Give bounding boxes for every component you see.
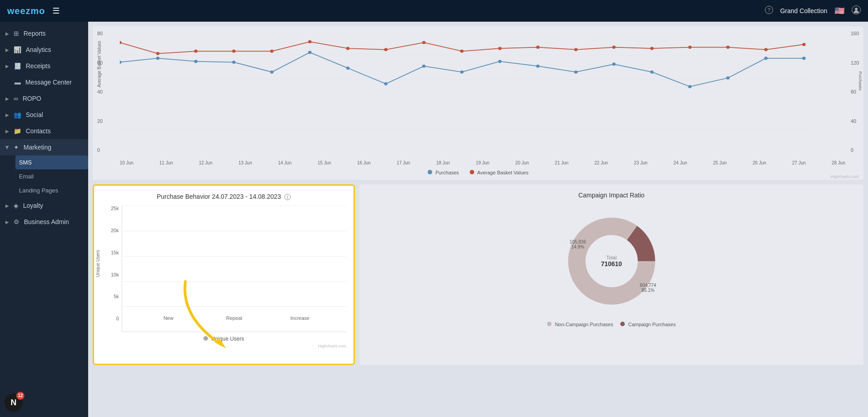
sidebar-subitem-sms[interactable]: SMS: [15, 155, 88, 169]
loyalty-icon: ◈: [14, 202, 19, 209]
x-label: 14 Jun: [278, 160, 292, 165]
bar-chart-area: 25k 20k 15k 10k 5k 0: [101, 206, 346, 332]
hamburger-icon[interactable]: ☰: [52, 6, 60, 16]
bar-increase: Increase: [284, 311, 316, 321]
y-value: 25k: [111, 206, 119, 211]
svg-point-21: [574, 70, 578, 74]
svg-point-37: [460, 50, 464, 53]
sidebar-item-label: Receipts: [26, 62, 50, 70]
svg-point-15: [346, 66, 350, 70]
arrow-icon: ▶: [5, 220, 9, 225]
abv-dot: [470, 170, 474, 174]
svg-point-3: [855, 8, 858, 10]
sidebar-item-business-admin[interactable]: ▶ ⚙ Business Admin: [0, 214, 88, 230]
x-label: 24 Jun: [674, 160, 687, 165]
sidebar-item-marketing[interactable]: ▶ ✦ Marketing: [0, 139, 88, 155]
svg-point-14: [308, 51, 312, 54]
campaign-label: Campaign Purchases: [628, 322, 675, 327]
legend-label: Purchases: [435, 170, 459, 175]
y-left-value: 20: [97, 118, 103, 124]
sidebar-subitem-email[interactable]: Email: [19, 169, 88, 183]
svg-point-42: [650, 47, 654, 50]
notification-badge[interactable]: N 12: [5, 394, 23, 412]
highcharts-credit-line: Highcharts.com: [830, 174, 859, 179]
svg-point-44: [726, 46, 730, 49]
sidebar-item-contacts[interactable]: ▶ 📁 Contacts: [0, 123, 88, 139]
x-label: 28 Jun: [832, 160, 845, 165]
arrow-icon: ▶: [5, 64, 9, 69]
sidebar-item-reports[interactable]: ▶ ⊞ Reports: [0, 25, 88, 42]
x-axis-labels: 10 Jun 11 Jun 12 Jun 13 Jun 14 Jun 15 Ju…: [120, 160, 845, 165]
svg-point-11: [194, 60, 198, 63]
notification-count: 12: [16, 392, 24, 400]
sidebar-item-label: Marketing: [24, 144, 51, 151]
user-avatar-icon[interactable]: [852, 5, 861, 17]
legend-campaign: Campaign Purchases: [620, 322, 675, 327]
donut-chart: Total 710610 105,836 14.9% 604,774 85.1%: [562, 211, 661, 311]
svg-point-35: [384, 48, 388, 51]
legend-item: Average Basket Values: [470, 170, 528, 175]
svg-point-34: [346, 47, 350, 50]
total-value: 710610: [601, 260, 622, 267]
bar-new: New: [153, 311, 184, 321]
y-left-value: 80: [97, 31, 103, 36]
info-icon[interactable]: i: [284, 194, 291, 200]
x-label: 18 Jun: [436, 160, 450, 165]
sidebar-item-analytics[interactable]: ▶ 📊 Analytics: [0, 42, 88, 58]
sidebar-item-label: Social: [26, 111, 43, 118]
sidebar-subitem-landing-pages[interactable]: Landing Pages: [19, 183, 88, 197]
sidebar-item-ropo[interactable]: ▶ ∞ ROPO: [0, 90, 88, 107]
sidebar-item-social[interactable]: ▶ 👥 Social: [0, 107, 88, 123]
legend-item: Unique Users: [203, 336, 244, 342]
y-value: 20k: [111, 228, 119, 233]
non-campaign-pct: 85.1%: [640, 288, 656, 293]
bottom-charts-row: Purchase Behavior 24.07.2023 - 14.08.202…: [93, 184, 863, 365]
main-layout: ▶ ⊞ Reports ▶ 📊 Analytics ▶ 🧾 Receipts ▬…: [0, 22, 868, 417]
total-label: Total: [601, 255, 622, 260]
y-value: 0: [116, 316, 119, 321]
reports-icon: ⊞: [14, 30, 19, 37]
bar-y-axis: 25k 20k 15k 10k 5k 0: [101, 206, 122, 332]
sidebar-item-receipts[interactable]: ▶ 🧾 Receipts: [0, 58, 88, 74]
donut-label-campaign: 105,836 14.9%: [570, 239, 586, 249]
svg-text:?: ?: [768, 7, 770, 13]
y-right-value: 0: [851, 147, 859, 153]
sidebar-item-label: ROPO: [23, 95, 41, 102]
ropo-icon: ∞: [14, 95, 18, 102]
svg-point-40: [574, 48, 578, 51]
bars-container: New Repeat Increase: [122, 206, 346, 321]
charts-area: 80 60 40 20 0 Average Basket Values 160 …: [88, 22, 868, 370]
help-icon[interactable]: ?: [765, 6, 773, 16]
x-label: 15 Jun: [317, 160, 331, 165]
y-axis-right: 160 120 80 40 0: [851, 31, 859, 153]
campaign-value: 105,836: [570, 239, 586, 244]
bar-new-label: New: [164, 315, 174, 321]
x-label: 16 Jun: [357, 160, 371, 165]
header-left: weezmo ☰: [7, 6, 60, 16]
svg-point-25: [726, 76, 730, 80]
sidebar-item-label: Reports: [24, 30, 46, 37]
x-label: 10 Jun: [120, 160, 133, 165]
flag-icon: 🇺🇸: [835, 6, 844, 16]
y-right-value: 40: [851, 118, 859, 124]
x-label: 11 Jun: [159, 160, 173, 165]
sidebar-item-loyalty[interactable]: ▶ ◈ Loyalty: [0, 197, 88, 214]
x-label: 25 Jun: [713, 160, 726, 165]
campaign-pct: 14.9%: [570, 244, 586, 249]
line-chart-legend: Purchases Average Basket Values: [93, 170, 863, 175]
svg-point-32: [270, 50, 274, 53]
campaign-impact-card: Campaign Impact Ratio Total: [359, 184, 863, 365]
marketing-icon: ✦: [14, 144, 19, 151]
sidebar-item-message-center[interactable]: ▬ Message Center: [0, 74, 88, 90]
y-left-value: 40: [97, 89, 103, 94]
svg-point-31: [232, 50, 236, 53]
receipts-icon: 🧾: [14, 62, 21, 70]
svg-point-45: [764, 48, 768, 51]
svg-point-13: [270, 70, 274, 74]
line-chart-svg: [120, 31, 845, 153]
svg-point-10: [156, 56, 160, 60]
bar-increase-label: Increase: [290, 315, 309, 321]
x-label: 22 Jun: [594, 160, 608, 165]
line-chart-container: 80 60 40 20 0 Average Basket Values 160 …: [93, 26, 863, 180]
y-right-value: 160: [851, 31, 859, 36]
